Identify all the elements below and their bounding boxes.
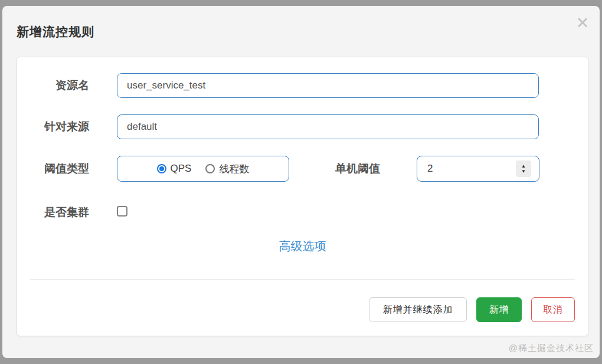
single-threshold-value: 2 [417,163,516,175]
add-and-continue-button[interactable]: 新增并继续添加 [369,297,467,322]
watermark: @稀土掘金技术社区 [509,343,594,354]
cancel-button[interactable]: 取消 [531,297,575,322]
radio-option-label: QPS [171,163,192,175]
radio-option-thread-count[interactable]: 线程数 [205,162,249,176]
threshold-type-radio-group: QPS 线程数 [117,156,289,182]
radio-unselected-icon [205,164,215,173]
dialog-title: 新增流控规则 [17,24,94,40]
advanced-options-link[interactable]: 高级选项 [17,238,588,254]
threshold-type-label: 阈值类型 [17,162,89,176]
number-stepper[interactable]: ▲ ▼ [516,160,531,177]
single-threshold-input[interactable]: 2 ▲ ▼ [417,156,539,182]
stepper-down-icon[interactable]: ▼ [521,169,526,174]
footer-button-row: 新增并继续添加 新增 取消 [369,297,575,322]
radio-option-label: 线程数 [219,162,249,176]
radio-option-qps[interactable]: QPS [157,163,192,175]
source-label: 针对来源 [17,120,89,134]
resource-name-label: 资源名 [17,78,89,93]
form-panel: 资源名 针对来源 阈值类型 QPS 线程数 单机阈值 2 ▲ ▼ 是否集群 高级… [17,57,588,336]
stepper-up-icon[interactable]: ▲ [521,163,526,169]
footer-divider [30,279,575,280]
close-icon[interactable]: ✕ [574,14,591,32]
add-flow-rule-dialog: 新增流控规则 ✕ 资源名 针对来源 阈值类型 QPS 线程数 单机阈值 2 ▲ … [2,6,600,358]
resource-name-input[interactable] [117,73,539,98]
source-input[interactable] [117,114,539,139]
radio-selected-icon [157,164,166,173]
single-threshold-label: 单机阈值 [335,162,392,176]
add-button[interactable]: 新增 [476,297,522,322]
cluster-checkbox[interactable] [117,206,127,217]
cluster-label: 是否集群 [17,205,89,219]
